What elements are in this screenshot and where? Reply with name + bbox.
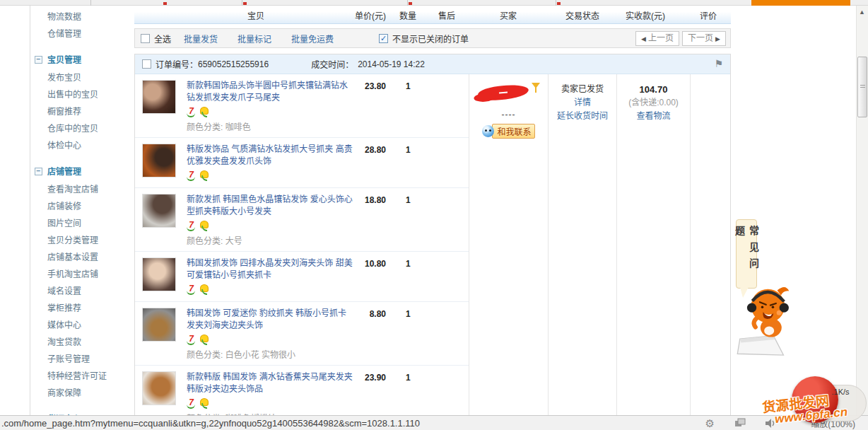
sidebar-item-domain-settings[interactable]: 域名设置 xyxy=(30,283,134,300)
product-title-link[interactable]: 韩版发饰品 气质满钻水钻发抓大号抓夹 高贵优雅发夹盘发发爪头饰 xyxy=(187,144,355,168)
tab-separator xyxy=(407,0,408,6)
sidebar-item-item-category[interactable]: 宝贝分类管理 xyxy=(30,232,134,249)
faq-bubble[interactable]: 常见问题 xyxy=(736,219,757,289)
top-tab-strip xyxy=(0,0,868,6)
select-all-checkbox[interactable] xyxy=(141,34,150,43)
product-thumbnail[interactable] xyxy=(142,144,176,178)
product-variant: 颜色分类: 咖啡色 xyxy=(187,120,469,132)
product-service-icons: 7 xyxy=(187,284,469,295)
product-variant: 颜色分类: 大号 xyxy=(187,234,469,246)
product-row: 韩国发抓发饰 四排水晶发夹刘海夹头饰 甜美可爱镶钻小号抓夹抓卡 10.80 1 … xyxy=(135,252,469,302)
view-logistics-link[interactable]: 查看物流 xyxy=(617,110,690,123)
tab-separator xyxy=(90,0,91,6)
sidebar-item-items-on-sale[interactable]: 出售中的宝贝 xyxy=(30,86,134,103)
consumer-protection-icon xyxy=(199,107,208,117)
order-time-label: 成交时间： xyxy=(311,58,353,70)
zoom-indicator: 缩放(100%) xyxy=(811,417,855,429)
product-title-link[interactable]: 新款韩国饰品头饰半圆中号抓夹镶钻满钻水钻发抓发夹发爪子马尾夹 xyxy=(187,80,355,104)
seven-day-return-icon: 7 xyxy=(187,170,196,181)
product-price: 8.80 xyxy=(347,309,386,319)
product-thumbnail[interactable] xyxy=(142,308,176,342)
filter-funnel-icon[interactable] xyxy=(532,83,540,88)
shipping-fee-note: (含快递:0.00) xyxy=(617,96,690,110)
sidebar-item-mobile-shop[interactable]: 手机淘宝店铺 xyxy=(30,266,134,283)
sidebar-item-shop-decorate[interactable]: 店铺装修 xyxy=(30,198,134,215)
sidebar-section-shop-mgmt[interactable]: 店铺管理 xyxy=(30,163,134,181)
batch-mark-link[interactable]: 批量标记 xyxy=(237,33,271,45)
prev-page-button[interactable]: 上一页 xyxy=(635,31,679,46)
column-status: 交易状态 xyxy=(565,9,599,21)
sidebar-item-health-center[interactable]: 体检中心 xyxy=(30,137,134,154)
speaker-icon[interactable] xyxy=(766,419,776,428)
product-title-link[interactable]: 韩国发饰 可爱迷你 豹纹抓夹 韩版小号抓卡 发夹刘海夹边夹头饰 xyxy=(187,308,355,332)
page-scrollbar: ▲ xyxy=(856,6,868,416)
next-page-button[interactable]: 下一页 xyxy=(682,31,726,46)
status-bar-icons xyxy=(705,418,776,429)
sidebar-item-merchant-protection[interactable]: 商家保障 xyxy=(30,385,134,402)
column-item: 宝贝 xyxy=(247,9,264,21)
sidebar-item-logistics-data[interactable]: 物流数据 xyxy=(30,8,134,25)
tab-separator xyxy=(556,0,556,6)
order-status-text: 卖家已发货 xyxy=(549,83,616,96)
product-title-link[interactable]: 新款韩版 韩国发饰 满水钻香蕉夹马尾夹发夹 韩版对夹边夹头饰品 xyxy=(187,371,355,395)
sidebar-item-shop-settings[interactable]: 店铺基本设置 xyxy=(30,249,134,266)
sidebar-item-owner-recommend[interactable]: 掌柜推荐 xyxy=(30,300,134,317)
buyer-name-area xyxy=(469,83,548,108)
status-url: .com/home_page.htm?mytmenu=ccquanli&utkn… xyxy=(1,418,420,429)
product-service-icons: 7 xyxy=(187,397,469,409)
sidebar-item-view-shop[interactable]: 查看淘宝店铺 xyxy=(30,181,134,198)
product-row: 新款发抓 韩国黑色水晶镶钻发饰 爱心头饰心型抓夹韩版大小号发夹 18.80 1 … xyxy=(135,188,469,252)
batch-free-shipping-link[interactable]: 批量免运费 xyxy=(291,33,334,45)
consumer-protection-icon xyxy=(199,170,208,181)
wangwang-contact-button[interactable]: 和我联系 xyxy=(482,124,534,139)
sidebar-item-subaccount-mgmt[interactable]: 子账号管理 xyxy=(30,351,134,368)
product-thumbnail[interactable] xyxy=(142,371,176,405)
select-all-label[interactable]: 全选 xyxy=(154,33,171,45)
tab-text-fragment xyxy=(557,2,561,5)
status-cell: 卖家已发货 详情 延长收货时间 xyxy=(548,74,616,429)
sidebar-item-image-space[interactable]: 图片空间 xyxy=(30,215,134,232)
column-aftersale: 售后 xyxy=(438,9,455,21)
product-price: 10.80 xyxy=(347,259,386,269)
sidebar-item-media-center[interactable]: 媒体中心 xyxy=(30,317,134,334)
order-body: 新款韩国饰品头饰半圆中号抓夹镶钻满钻水钻发抓发夹发爪子马尾夹 23.80 1 7… xyxy=(135,74,730,429)
product-thumbnail[interactable] xyxy=(142,257,176,291)
extend-receipt-link[interactable]: 延长收货时间 xyxy=(549,110,616,123)
seven-day-return-icon: 7 xyxy=(187,221,196,231)
sidebar-item-special-license[interactable]: 特种经营许可证 xyxy=(30,368,134,385)
gear-icon[interactable] xyxy=(705,418,715,429)
rating-cell xyxy=(690,74,730,429)
sidebar-item-taobao-loan[interactable]: 淘宝贷款 xyxy=(30,334,134,351)
consumer-protection-icon xyxy=(199,284,208,295)
hide-closed-checkbox[interactable] xyxy=(379,34,388,43)
product-price: 28.80 xyxy=(347,145,386,155)
order-select-checkbox[interactable] xyxy=(142,59,151,69)
product-title-link[interactable]: 新款发抓 韩国黑色水晶镶钻发饰 爱心头饰心型抓夹韩版大小号发夹 xyxy=(187,194,355,218)
faq-label: 常见问题 xyxy=(732,226,761,288)
sidebar-item-window-recommend[interactable]: 橱窗推荐 xyxy=(30,103,134,120)
flag-icon[interactable] xyxy=(714,58,723,69)
product-thumbnail[interactable] xyxy=(142,80,176,114)
order-no-label: 订单编号： xyxy=(156,58,198,70)
column-amount: 实收款(元) xyxy=(626,9,665,21)
active-tab-fragment[interactable] xyxy=(751,0,850,6)
scrollbar-thumb[interactable] xyxy=(857,57,867,117)
scroll-up-arrow[interactable]: ▲ xyxy=(859,8,865,16)
sidebar-item-warehouse-mgmt[interactable]: 仓储管理 xyxy=(30,25,134,42)
hide-closed-label[interactable]: 不显示已关闭的订单 xyxy=(392,33,469,45)
sidebar-section-item-mgmt[interactable]: 宝贝管理 xyxy=(30,51,134,69)
order-no-value: 659052515255916 xyxy=(198,59,269,69)
batch-ship-link[interactable]: 批量发货 xyxy=(184,33,218,45)
wangwang-label: 和我联系 xyxy=(492,124,534,139)
network-speed-text: .1K/s xyxy=(827,388,850,396)
browser-status-bar: .com/home_page.htm?mytmenu=ccquanli&utkn… xyxy=(0,415,868,430)
sidebar-item-publish-item[interactable]: 发布宝贝 xyxy=(30,69,134,86)
product-thumbnail[interactable] xyxy=(142,194,176,228)
product-title-link[interactable]: 韩国发抓发饰 四排水晶发夹刘海夹头饰 甜美可爱镶钻小号抓夹抓卡 xyxy=(187,257,355,281)
windows-cascade-icon[interactable] xyxy=(734,418,746,428)
pagination: 上一页 下一页 xyxy=(635,31,726,46)
prev-page-label: 上一页 xyxy=(648,33,674,43)
sidebar-item-items-in-stock[interactable]: 仓库中的宝贝 xyxy=(30,120,134,137)
order-detail-link[interactable]: 详情 xyxy=(549,96,616,110)
product-service-icons: 7 xyxy=(187,106,469,117)
